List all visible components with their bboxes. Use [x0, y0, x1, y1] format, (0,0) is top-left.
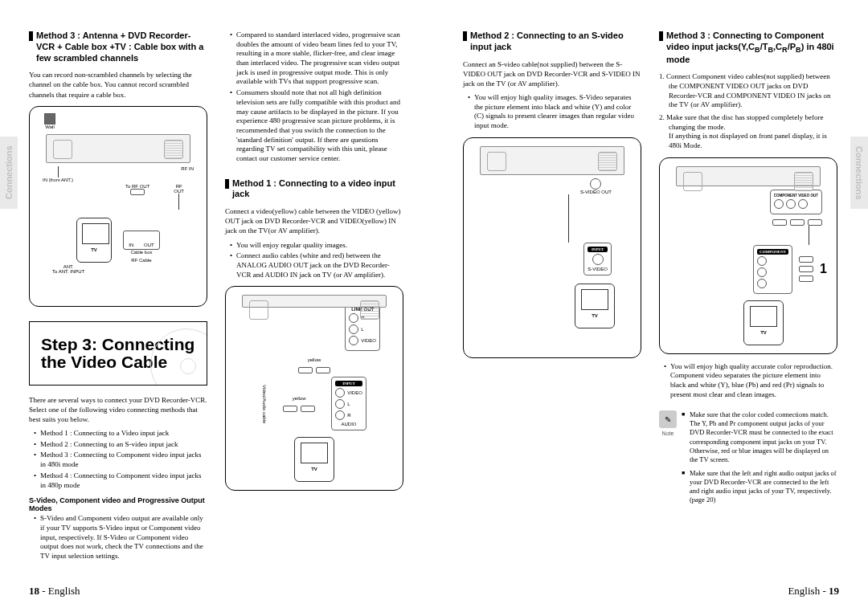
pnum: 19	[829, 585, 839, 597]
heading-bar-icon	[29, 31, 33, 41]
heading-text: Method 3 : Antenna + DVD Recorder-VCR + …	[36, 31, 207, 63]
fig-r2: R	[347, 413, 350, 418]
fig-rfin-label: RF IN	[181, 166, 194, 171]
input-label: INPUT	[588, 247, 608, 252]
page-number-right: English - 19	[788, 585, 839, 598]
method-item: Method 4 : Connecting to Component video…	[34, 471, 207, 490]
para-method2: Connect an S-video cable(not supplied) b…	[463, 59, 641, 88]
para-ways: There are several ways to connect your D…	[29, 395, 207, 424]
page-left: Connections Method 3 : Antenna + DVD Rec…	[0, 0, 434, 612]
note-icon: ✎	[659, 410, 677, 428]
heading-text: Method 2 : Connecting to an S-video inpu…	[470, 31, 641, 53]
heading-method3-component: Method 3 : Connecting to Component video…	[659, 31, 837, 66]
m1-bullet: Connect audio cables (white and red) bet…	[230, 251, 403, 279]
yellow2: yellow	[293, 396, 306, 401]
m3-step: 2. Make sure that the disc has stopped c…	[659, 113, 837, 151]
right-col-2: Method 3 : Connecting to Component video…	[659, 31, 837, 588]
fig-l2: L	[347, 402, 350, 406]
fig-in-label: IN (from ANT.)	[43, 177, 73, 182]
subbullet-item: S-Video and Component video output are a…	[34, 514, 207, 561]
page-right: Connections Method 2 : Connecting to an …	[434, 0, 868, 612]
input-label: INPUT	[335, 381, 362, 386]
fig-cb-out: OUT	[144, 243, 154, 247]
figure-method3: COMPONENT VIDEO OUT COMPONENT	[659, 157, 837, 354]
note-item: Make sure that the left and right audio …	[682, 469, 837, 504]
subhead-modes: S-Video, Component video and Progressive…	[29, 496, 207, 512]
figure-method2: S-VIDEO OUT INPUT S-VIDEO TV	[463, 137, 641, 358]
fig-tv: TV	[749, 330, 778, 335]
fig-wall-label: Wall	[44, 124, 55, 129]
method1-bullets: You will enjoy regular quality images. C…	[225, 241, 403, 280]
prog-scan-bullets: Compared to standard interlaced video, p…	[225, 31, 403, 164]
heading-bar-icon	[463, 31, 467, 41]
va-cable: Video/Audio cable	[262, 385, 267, 423]
heading-text: Method 1 : Connecting to a video input j…	[232, 178, 403, 201]
m1-bullet: You will enjoy regular quality images.	[230, 241, 403, 251]
svideoout: S-VIDEO OUT	[580, 190, 612, 194]
fig-tv: TV	[580, 313, 609, 318]
fig-video2: VIDEO	[347, 390, 362, 395]
side-tab-right: Connections	[850, 137, 868, 209]
fig-tv-label: TV	[82, 247, 106, 252]
prog-bullet: Compared to standard interlaced video, p…	[230, 31, 403, 87]
fig-cablebox: Cable box	[130, 250, 152, 255]
m3-step: 1. Connect Component video cables(not su…	[659, 72, 837, 110]
yellow1: yellow	[308, 357, 321, 362]
plang: English	[788, 585, 820, 597]
note-list: Make sure that the color coded connectio…	[682, 410, 837, 508]
pnum: 18	[29, 585, 39, 597]
fig-l: L	[361, 327, 363, 332]
note-item: Make sure that the color coded connectio…	[682, 410, 837, 463]
fig-tv: TV	[300, 467, 329, 471]
para-intro: You can record non-scrambled channels by…	[29, 70, 207, 99]
fig-cb-in: IN	[129, 243, 133, 247]
method3-steps: 1. Connect Component video cables(not su…	[659, 72, 837, 151]
method-item: Method 2 : Connecting to an S-video inpu…	[34, 440, 207, 450]
fig-torf: To RF OUT	[125, 184, 149, 189]
para-method1: Connect a video(yellow) cable between th…	[225, 206, 403, 235]
heading-bar-icon	[225, 179, 229, 189]
note-label: Note	[662, 430, 674, 437]
compout: COMPONENT VIDEO OUT	[774, 194, 818, 198]
component: COMPONENT	[757, 249, 788, 255]
svideo-label: S-VIDEO	[588, 267, 608, 271]
left-col-1: Method 3 : Antenna + DVD Recorder-VCR + …	[29, 31, 207, 588]
m3-quality: You will enjoy high quality accurate col…	[664, 362, 837, 400]
heading-method3-antenna: Method 3 : Antenna + DVD Recorder-VCR + …	[29, 31, 207, 63]
fig-rfcable: RF Cable	[131, 258, 151, 263]
left-col-2: Compared to standard interlaced video, p…	[225, 31, 403, 588]
fig-toant: To ANT. INPUT	[52, 269, 84, 274]
method-item: Method 3 : Connecting to Component video…	[34, 451, 207, 469]
page-number-left: 18 - English	[29, 585, 80, 598]
figure-method1: LINE OUT R L VIDEO yellow Video/Au	[225, 286, 403, 491]
fig-video: VIDEO	[361, 338, 376, 343]
side-tab-left: Connections	[0, 137, 18, 209]
plang: English	[48, 585, 80, 597]
step-title-box: Step 3: Connecting the Video Cable	[29, 321, 207, 386]
method3-bullets: You will enjoy high quality accurate col…	[659, 362, 837, 400]
heading-method1: Method 1 : Connecting to a video input j…	[225, 178, 403, 201]
figure-antenna-diagram: Wall IN (from ANT.) RF IN	[29, 106, 207, 307]
page-spread: Connections Method 3 : Antenna + DVD Rec…	[0, 0, 868, 612]
subbullets: S-Video and Component video output are a…	[29, 514, 207, 561]
method-item: Method 1 : Connecting to a Video input j…	[34, 429, 207, 439]
heading-method2: Method 2 : Connecting to an S-video inpu…	[463, 31, 641, 53]
prog-bullet: Consumers should note that not all high …	[230, 88, 403, 164]
heading-text: Method 3 : Connecting to Component video…	[666, 31, 837, 66]
fig-one: 1	[820, 262, 827, 276]
note-block: ✎ Note Make sure that the color coded co…	[659, 410, 837, 508]
fig-audio: AUDIO	[335, 422, 362, 426]
method2-bullets: You will enjoy high quality images. S-Vi…	[463, 93, 641, 131]
method-list: Method 1 : Connecting to a Video input j…	[29, 429, 207, 490]
heading-bar-icon	[659, 31, 663, 41]
right-col-1: Method 2 : Connecting to an S-video inpu…	[463, 31, 641, 588]
m2-bullet: You will enjoy high quality images. S-Vi…	[468, 93, 641, 131]
